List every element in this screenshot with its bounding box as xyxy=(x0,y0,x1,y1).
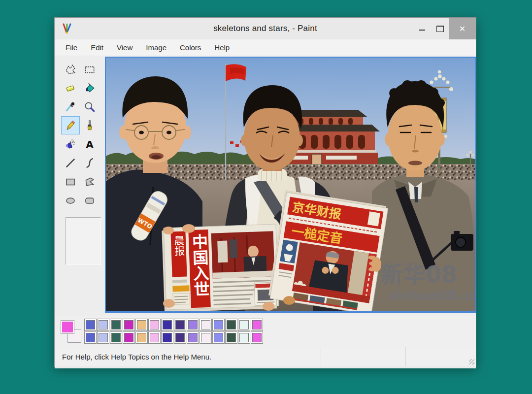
palette-swatch[interactable] xyxy=(161,319,173,331)
tool-free-form-select[interactable] xyxy=(61,60,80,78)
svg-text:新华08: 新华08 xyxy=(380,261,457,288)
tool-magnifier[interactable] xyxy=(80,98,99,116)
brush-icon xyxy=(83,119,96,132)
eyedropper-icon xyxy=(64,100,77,113)
svg-text:A: A xyxy=(86,139,93,150)
palette-row xyxy=(84,319,263,331)
maximize-button[interactable] xyxy=(431,18,449,39)
palette-swatch[interactable] xyxy=(110,319,122,331)
palette-swatch[interactable] xyxy=(97,319,109,331)
newspaper-left-photo xyxy=(211,231,275,278)
eraser-icon xyxy=(64,82,77,95)
menu-colors[interactable]: Colors xyxy=(175,41,206,54)
tool-color-picker[interactable] xyxy=(61,98,80,116)
tool-polygon[interactable] xyxy=(80,172,99,191)
tool-line[interactable] xyxy=(61,154,80,172)
menu-view[interactable]: View xyxy=(112,41,137,54)
tool-ellipse[interactable] xyxy=(61,191,80,209)
palette-swatch[interactable] xyxy=(161,331,173,344)
palette-swatch[interactable] xyxy=(251,331,263,344)
pencil-icon xyxy=(64,119,77,132)
palette-swatch[interactable] xyxy=(187,331,199,344)
current-colors-indicator[interactable] xyxy=(60,319,83,344)
palette-swatch[interactable] xyxy=(174,319,186,331)
polygon-icon xyxy=(83,175,96,188)
svg-text:xinhua08.com: xinhua08.com xyxy=(388,288,475,303)
palette-swatch[interactable] xyxy=(97,331,109,344)
palette-swatch[interactable] xyxy=(200,331,212,344)
menubar: File Edit View Image Colors Help xyxy=(55,39,476,56)
fill-bucket-icon xyxy=(83,82,96,95)
line-icon xyxy=(64,157,77,169)
newspaper-right: 京华财报 一槌定音 xyxy=(268,190,388,311)
color-palette xyxy=(55,316,476,347)
maximize-icon xyxy=(436,26,444,32)
menu-file[interactable]: File xyxy=(61,41,82,54)
minimize-icon xyxy=(419,30,425,31)
palette-swatch[interactable] xyxy=(187,319,199,331)
palette-swatch[interactable] xyxy=(84,319,97,331)
free-form-select-icon xyxy=(64,63,77,76)
tool-pencil[interactable] xyxy=(61,116,80,134)
foreground-color-swatch[interactable] xyxy=(61,320,74,334)
text-tool-icon: A xyxy=(83,138,96,151)
rounded-rectangle-icon xyxy=(83,194,96,207)
close-button[interactable]: ✕ xyxy=(449,18,476,39)
palette-swatch[interactable] xyxy=(123,331,135,344)
palette-swatch[interactable] xyxy=(212,331,225,344)
tool-fill[interactable] xyxy=(80,79,99,97)
content-area: A xyxy=(55,56,476,316)
status-message: For Help, click Help Topics on the Help … xyxy=(55,347,321,366)
window-title: skeletons and stars, - Paint xyxy=(55,24,476,33)
svg-text:晨报: 晨报 xyxy=(172,235,185,257)
tool-text[interactable]: A xyxy=(80,135,99,153)
svg-text:中国入世: 中国入世 xyxy=(189,233,210,297)
palette-swatch[interactable] xyxy=(200,319,212,331)
menu-help[interactable]: Help xyxy=(209,41,234,54)
paint-window: skeletons and stars, - Paint ✕ File Edit… xyxy=(54,17,476,367)
rectangle-icon xyxy=(64,175,77,188)
palette-swatch[interactable] xyxy=(84,331,97,344)
palette-swatch[interactable] xyxy=(123,319,135,331)
status-pane-size xyxy=(405,347,476,366)
magnifier-icon xyxy=(83,100,96,113)
minimize-button[interactable] xyxy=(413,18,431,39)
toolbox: A xyxy=(55,56,105,316)
palette-swatch[interactable] xyxy=(238,331,250,344)
tool-airbrush[interactable] xyxy=(61,135,80,153)
airbrush-icon xyxy=(64,138,77,151)
tool-eraser[interactable] xyxy=(61,79,80,97)
titlebar[interactable]: skeletons and stars, - Paint ✕ xyxy=(55,18,476,39)
palette-row xyxy=(84,331,263,344)
ellipse-icon xyxy=(64,194,77,207)
palette-swatch[interactable] xyxy=(135,331,148,344)
tool-rectangle[interactable] xyxy=(61,172,80,191)
photo-canvas[interactable]: WTO xyxy=(105,57,476,313)
tool-select[interactable] xyxy=(80,60,99,78)
window-bottom-border xyxy=(55,366,476,368)
curve-icon xyxy=(83,157,96,169)
palette-swatch[interactable] xyxy=(148,319,161,331)
slogan-right xyxy=(326,156,357,160)
photo: WTO xyxy=(106,58,475,311)
desktop: skeletons and stars, - Paint ✕ File Edit… xyxy=(0,0,532,394)
palette-swatch[interactable] xyxy=(212,319,225,331)
palette-swatch[interactable] xyxy=(148,331,161,344)
newspaper-left: 晨报 中国入世 xyxy=(162,224,279,311)
palette-swatch[interactable] xyxy=(110,331,122,344)
palette-swatch[interactable] xyxy=(238,319,250,331)
resize-grip-icon[interactable] xyxy=(469,359,474,364)
palette-swatch[interactable] xyxy=(251,319,263,331)
tool-brush[interactable] xyxy=(80,116,99,134)
palette-swatch[interactable] xyxy=(135,319,148,331)
status-pane-coordinates xyxy=(321,347,405,366)
palette-swatch[interactable] xyxy=(225,319,237,331)
menu-image[interactable]: Image xyxy=(141,41,171,54)
palette-swatch[interactable] xyxy=(174,331,186,344)
menu-edit[interactable]: Edit xyxy=(86,41,108,54)
palette-swatch[interactable] xyxy=(225,331,237,344)
tool-options-box[interactable] xyxy=(66,217,101,265)
tool-rounded-rectangle[interactable] xyxy=(80,191,99,209)
statusbar: For Help, click Help Topics on the Help … xyxy=(55,347,476,366)
tool-curve[interactable] xyxy=(80,154,99,172)
